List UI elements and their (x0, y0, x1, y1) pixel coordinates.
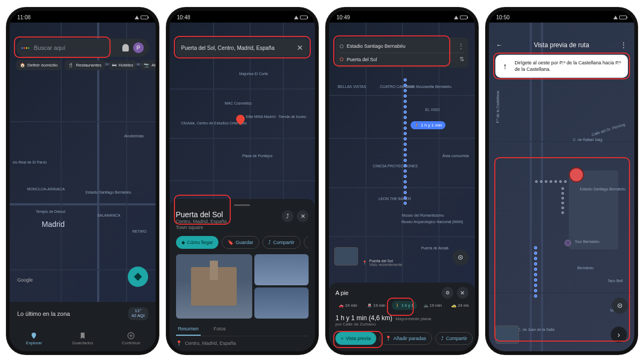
map-canvas[interactable]: Estadio Santiago Bernabéu Tour Bernabéu … (489, 23, 635, 351)
svg-point-4 (619, 305, 620, 306)
mode-rideshare[interactable]: 🚕 24 min (448, 301, 468, 310)
tab-photos[interactable]: Fotos (211, 323, 228, 336)
camera-notch (79, 11, 86, 18)
mode-walk[interactable]: 🚶 1 h y 1 (392, 301, 417, 310)
map-canvas[interactable]: BELLAS VISTAS CUATRO CAMINOS Oven Mozzar… (329, 23, 475, 351)
next-step-button[interactable]: › (611, 327, 627, 343)
preview-button[interactable]: » Vista previa (335, 332, 376, 345)
route-time-badge: 🚶 1 h y 1 min (411, 121, 445, 129)
dest-dot-icon (340, 57, 343, 61)
weather-chip[interactable]: 11°42 AQI (128, 307, 148, 320)
pin-icon: 📍 (176, 341, 182, 346)
search-field[interactable]: Puerta del Sol, Centro, Madrid, España ✕ (176, 39, 309, 57)
directions-button[interactable]: ◆ Cómo llegar (176, 236, 219, 249)
chip-attractions[interactable]: 📷 Atraccione (140, 60, 155, 70)
bottom-nav: Explorar Guardados Contribuir (10, 326, 156, 351)
locate-button[interactable] (612, 298, 628, 314)
pin-icon (30, 332, 38, 339)
start-pin-icon (569, 167, 584, 182)
search-value: Puerta del Sol, Centro, Madrid, España (181, 45, 293, 51)
phone-4-preview: 10:50 Estadio Santiago Bernabéu Tour Ber… (486, 8, 638, 354)
back-icon[interactable]: ← (496, 41, 503, 49)
locate-button[interactable] (452, 249, 469, 265)
stadium-shape (569, 171, 618, 249)
clock: 10:50 (496, 14, 510, 20)
more-icon[interactable]: ⋮ (620, 41, 627, 49)
route-inputs[interactable]: Estadio Santiago Bernabéu ⋮ Puerta del S… (335, 38, 469, 68)
svg-point-2 (459, 257, 460, 258)
clock: 10:49 (336, 14, 350, 20)
more-icon[interactable]: ⋮ (458, 42, 464, 50)
recent-place[interactable]: 📍 Puerta del SolVisto recientemente (362, 259, 402, 267)
map-canvas[interactable]: OXO Museo de Videojuego Moñaditos Majori… (170, 23, 316, 351)
step-text: Dirígete al oeste por P.º de la Castella… (515, 60, 623, 72)
directions-sheet[interactable]: A pie ⚙ ✕ 🚗 24 min 🚇 19 min 🚶 1 h y 1 🚲 … (329, 283, 475, 351)
battery-icon (141, 16, 148, 19)
place-sheet[interactable]: Puerta del Sol Centro, Madrid, España To… (170, 199, 316, 351)
share-route-button[interactable]: ⤴ Compartir (435, 332, 473, 345)
photo-3[interactable] (254, 287, 309, 319)
photo-gallery[interactable] (176, 254, 309, 319)
photo-main[interactable] (176, 254, 252, 319)
search-bar[interactable]: Buscar aquí P (16, 39, 149, 57)
photo-2[interactable] (254, 254, 309, 285)
nav-saved[interactable]: Guardados (58, 326, 107, 351)
preview-route (535, 180, 567, 183)
signal-icon (135, 16, 139, 19)
google-logo-icon (21, 47, 30, 49)
nav-explore[interactable]: Explorar (10, 326, 58, 351)
drag-handle[interactable] (234, 204, 250, 206)
account-avatar[interactable]: P (133, 42, 144, 53)
place-address[interactable]: 📍 Centro, Madrid, España (176, 341, 309, 346)
nav-contribute[interactable]: Contribuir (107, 326, 156, 351)
sheet-title: A pie (335, 290, 348, 296)
save-button[interactable]: 🔖 Guardar (222, 236, 259, 249)
chip-hotels[interactable]: 🛏 Hoteles (108, 60, 137, 70)
latest-sheet[interactable]: Lo último en la zona 11°42 AQI (10, 302, 156, 326)
chip-home[interactable]: 🏠 Definir domicilio (16, 60, 61, 70)
map-canvas[interactable]: Madrid San Agustín del Guadalix Alcobend… (10, 23, 156, 351)
crosshair-icon (616, 302, 624, 309)
route-via: por Calle de Zurbano (335, 322, 469, 327)
add-label-button[interactable]: 🏳 Añadir una et (304, 236, 309, 249)
header-title: Vista previa de ruta (534, 41, 589, 49)
clear-icon[interactable]: ✕ (297, 43, 303, 52)
search-placeholder: Buscar aquí (34, 45, 118, 51)
turn-arrow-icon: ↑ (501, 61, 510, 72)
place-actions: ◆ Cómo llegar 🔖 Guardar ⤴ Compartir 🏳 Añ… (176, 236, 309, 249)
camera-notch (398, 11, 406, 18)
camera-notch (558, 11, 565, 18)
place-tabs: Resumen Fotos (176, 323, 309, 336)
dest-field[interactable]: Puerta del Sol (347, 57, 456, 62)
mode-car[interactable]: 🚗 24 min (335, 301, 361, 310)
direction-actions: » Vista previa 📍 Añadir paradas ⤴ Compar… (335, 332, 469, 345)
category-chips: 🏠 Definir domicilio 🍴 Restaurantes 🛏 Hot… (16, 60, 156, 70)
directions-fab[interactable] (128, 267, 148, 287)
directions-icon (133, 272, 143, 282)
phone-1-home: 11:08 Madrid San Agustín del Guadalix Al… (6, 8, 159, 354)
mode-bike[interactable]: 🚲 19 min (420, 301, 445, 310)
streetview-thumb[interactable] (334, 247, 358, 265)
clock: 11:08 (17, 14, 31, 20)
origin-dot-icon (340, 45, 343, 48)
close-button[interactable]: ✕ (457, 287, 469, 299)
crosshair-icon (457, 254, 464, 261)
streetview-thumb[interactable] (495, 326, 519, 344)
bookmark-icon (79, 332, 86, 339)
step-card[interactable]: ↑ Dirígete al oeste por P.º de la Castel… (495, 55, 628, 78)
share-button[interactable]: ⤴ Compartir (262, 236, 301, 249)
chip-restaurants[interactable]: 🍴 Restaurantes (64, 60, 105, 70)
mode-transit[interactable]: 🚇 19 min (364, 301, 389, 310)
options-button[interactable]: ⚙ (442, 287, 453, 299)
status-icons (135, 16, 148, 19)
walking-route (405, 78, 406, 269)
swap-icon[interactable]: ⇅ (459, 56, 464, 63)
mic-icon[interactable] (122, 44, 129, 51)
tab-summary[interactable]: Resumen (176, 323, 201, 336)
place-title: Puerta del Sol (176, 210, 227, 219)
close-sheet-button[interactable]: ✕ (297, 210, 309, 222)
travel-modes: 🚗 24 min 🚇 19 min 🚶 1 h y 1 🚲 19 min 🚕 2… (335, 301, 469, 310)
origin-field[interactable]: Estadio Santiago Bernabéu (347, 43, 455, 49)
add-stops-button[interactable]: 📍 Añadir paradas (379, 332, 432, 345)
share-icon-button[interactable]: ⤴ (282, 210, 294, 222)
